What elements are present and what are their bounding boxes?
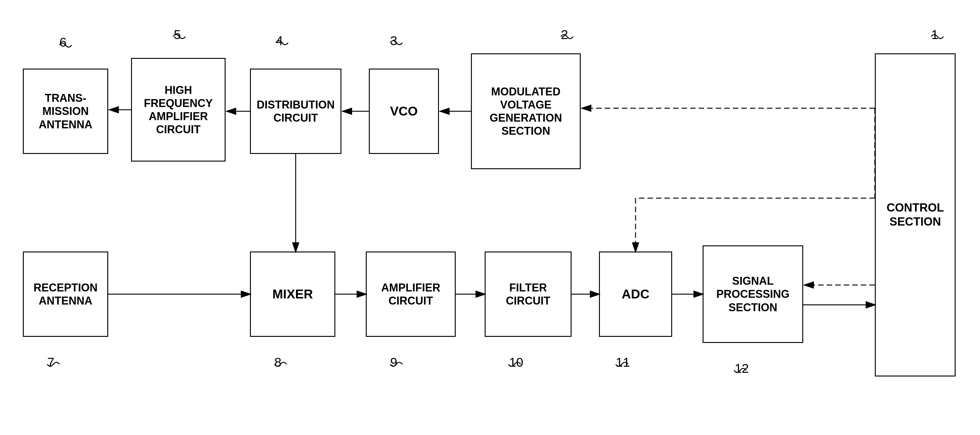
block-filter-circuit: FILTERCIRCUIT [485,252,571,337]
num-7: 7 [47,355,54,370]
block-mixer: MIXER [250,252,335,337]
block-signal-processing: SIGNALPROCESSINGSECTION [703,245,803,343]
block-reception-antenna: RECEPTIONANTENNA [23,252,108,337]
block-high-freq-amp: HIGHFREQUENCYAMPLIFIERCIRCUIT [131,58,226,162]
num-11: 11 [616,355,630,370]
block-amplifier-circuit: AMPLIFIERCIRCUIT [366,252,456,337]
num-6: 6 [59,35,67,50]
num-3: 3 [390,33,397,48]
num-5: 5 [174,27,181,42]
num-1: 1 [931,27,938,42]
num-4: 4 [276,33,283,48]
num-9: 9 [390,355,397,370]
num-12: 12 [735,361,749,376]
block-vco: VCO [369,69,439,154]
num-2: 2 [561,27,568,42]
num-10: 10 [509,355,523,370]
block-modulated-voltage: MODULATEDVOLTAGEGENERATIONSECTION [471,53,581,169]
block-distribution-circuit: DISTRIBUTIONCIRCUIT [250,69,341,154]
block-control-section: CONTROLSECTION [875,53,956,376]
num-8: 8 [274,355,282,370]
block-adc: ADC [599,252,672,337]
diagram-container: TRANS-MISSIONANTENNA 6 HIGHFREQUENCYAMPL… [0,0,980,435]
block-transmission-antenna: TRANS-MISSIONANTENNA [23,69,108,154]
